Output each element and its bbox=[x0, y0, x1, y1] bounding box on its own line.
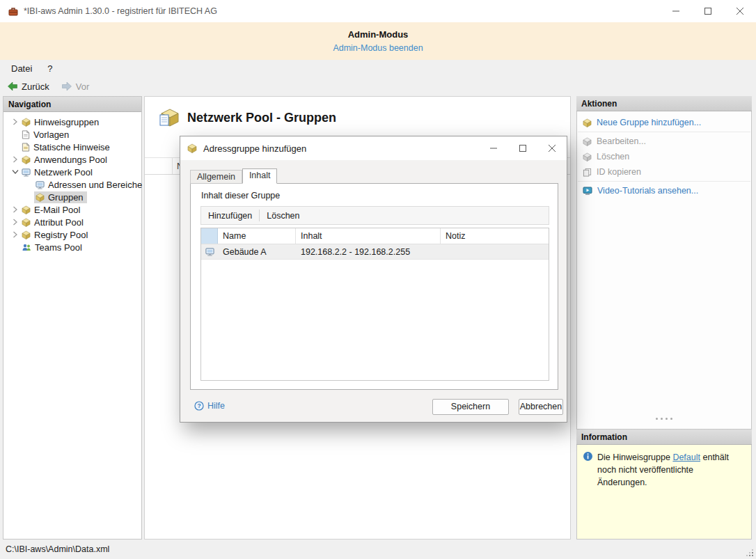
forward-button-label: Vor bbox=[76, 81, 90, 92]
action-video-tutorials[interactable]: Video-Tutorials ansehen... bbox=[577, 183, 751, 198]
help-link[interactable]: ? Hilfe bbox=[194, 401, 225, 411]
tree-item-label: Registry Pool bbox=[34, 230, 88, 240]
separator bbox=[578, 181, 750, 182]
action-edit[interactable]: Bearbeiten... bbox=[577, 134, 751, 149]
delete-icon bbox=[583, 152, 592, 162]
tree-item-label: Vorlagen bbox=[33, 129, 69, 140]
chevron-right-icon[interactable] bbox=[10, 156, 20, 163]
tree-item-anwendungs-pool[interactable]: Anwendungs Pool bbox=[3, 153, 141, 166]
column-header-notiz[interactable]: Notiz bbox=[441, 228, 549, 244]
adressgruppe-dialog: Adressgruppe hinzufügen Allgemein Inhalt… bbox=[180, 136, 567, 423]
navigation-tree: Hinweisgruppen Vorlagen Statische Hinwei… bbox=[3, 112, 141, 253]
information-text: Die Hinweisgruppe Default enthält noch n… bbox=[597, 451, 746, 489]
network-icon bbox=[22, 168, 31, 177]
page-title: Netzwerk Pool - Gruppen bbox=[187, 111, 336, 125]
chevron-down-icon[interactable] bbox=[10, 169, 20, 175]
menu-bar: Datei ? bbox=[0, 60, 756, 77]
action-new-group[interactable]: Neue Gruppe hinzufügen... bbox=[577, 115, 751, 130]
menu-datei[interactable]: Datei bbox=[3, 61, 40, 76]
grid-selector-header bbox=[201, 228, 218, 244]
minimize-button[interactable] bbox=[660, 0, 692, 22]
address-group-icon bbox=[187, 143, 197, 153]
column-header-inhalt[interactable]: Inhalt bbox=[296, 228, 441, 244]
row-icon-cell bbox=[201, 244, 218, 259]
dialog-window-controls bbox=[479, 136, 567, 160]
app-icon bbox=[8, 7, 18, 16]
page-title-row: Netzwerk Pool - Gruppen bbox=[145, 97, 570, 127]
back-button[interactable]: Zurück bbox=[2, 80, 54, 93]
table-row[interactable]: Gebäude A 192.168.2.2 - 192.168.2.255 bbox=[201, 244, 549, 260]
teams-icon bbox=[22, 243, 31, 252]
netzwerk-pool-page-icon bbox=[159, 108, 180, 127]
static-note-icon bbox=[22, 143, 30, 152]
action-copy-id[interactable]: ID kopieren bbox=[577, 164, 751, 180]
action-delete[interactable]: Löschen bbox=[577, 149, 751, 164]
help-icon: ? bbox=[194, 401, 204, 411]
status-file-path: C:\IBI-aws\Admin\Data.xml bbox=[6, 544, 109, 554]
tree-item-gruppen[interactable]: Gruppen bbox=[3, 191, 141, 203]
resize-grip[interactable] bbox=[745, 548, 753, 556]
dialog-title: Adressgruppe hinzufügen bbox=[203, 143, 306, 154]
close-button[interactable] bbox=[724, 0, 756, 22]
tab-inhalt[interactable]: Inhalt bbox=[242, 168, 278, 184]
cell-notiz bbox=[441, 244, 549, 259]
svg-text:?: ? bbox=[197, 402, 200, 409]
tree-item-attribut-pool[interactable]: Attribut Pool bbox=[3, 216, 141, 228]
separator bbox=[578, 132, 750, 132]
panel-splitter-handle[interactable] bbox=[576, 418, 752, 420]
dialog-titlebar: Adressgruppe hinzufügen bbox=[180, 136, 567, 160]
cell-inhalt: 192.168.2.2 - 192.168.2.255 bbox=[296, 244, 441, 259]
chevron-right-icon[interactable] bbox=[10, 231, 20, 238]
tab-allgemein[interactable]: Allgemein bbox=[190, 170, 242, 184]
dialog-tabs: Allgemein Inhalt bbox=[190, 168, 277, 184]
info-icon bbox=[583, 451, 593, 462]
tree-item-adressen-und-bereiche[interactable]: Adressen und Bereiche bbox=[3, 178, 141, 191]
action-label: Bearbeiten... bbox=[597, 136, 646, 146]
pool-icon bbox=[22, 118, 31, 127]
navigation-toolbar: Zurück Vor bbox=[0, 77, 756, 96]
dialog-minimize-button[interactable] bbox=[479, 136, 508, 160]
tree-item-label: Teams Pool bbox=[35, 242, 82, 253]
default-group-link[interactable]: Default bbox=[672, 452, 700, 462]
video-icon bbox=[583, 187, 592, 196]
tree-item-statische-hinweise[interactable]: Statische Hinweise bbox=[3, 141, 141, 153]
menu-help[interactable]: ? bbox=[40, 61, 60, 76]
information-panel: Die Hinweisgruppe Default enthält noch n… bbox=[576, 445, 752, 540]
maximize-button[interactable] bbox=[692, 0, 724, 22]
tree-item-registry-pool[interactable]: Registry Pool bbox=[3, 228, 141, 241]
delete-entry-button[interactable]: Löschen bbox=[260, 208, 306, 223]
tree-item-label: Gruppen bbox=[48, 192, 84, 203]
window-title: *IBI-aws Admin 1.30.0 - registriert für … bbox=[24, 6, 217, 16]
chevron-right-icon[interactable] bbox=[10, 118, 20, 125]
back-arrow-icon bbox=[7, 81, 18, 91]
group-content-label: Inhalt dieser Gruppe bbox=[201, 191, 280, 200]
grid-toolbar: Hinzufügen Löschen bbox=[200, 206, 549, 225]
navigation-panel: Navigation Hinweisgruppen Vorlagen Stati… bbox=[3, 96, 142, 540]
add-entry-button[interactable]: Hinzufügen bbox=[201, 208, 259, 223]
tree-item-label: Anwendungs Pool bbox=[34, 155, 107, 165]
tree-item-netzwerk-pool[interactable]: Netzwerk Pool bbox=[3, 166, 141, 178]
forward-button[interactable]: Vor bbox=[56, 80, 95, 93]
info-text-before: Die Hinweisgruppe bbox=[597, 452, 672, 462]
tree-item-label: Hinweisgruppen bbox=[34, 117, 99, 127]
tree-item-hinweisgruppen[interactable]: Hinweisgruppen bbox=[3, 116, 141, 128]
group-pool-icon bbox=[36, 193, 45, 202]
tree-item-vorlagen[interactable]: Vorlagen bbox=[3, 128, 141, 141]
admin-mode-exit-link[interactable]: Admin-Modus beenden bbox=[333, 43, 423, 53]
dialog-maximize-button[interactable] bbox=[508, 136, 537, 160]
copy-icon bbox=[583, 168, 592, 177]
row-selector-column bbox=[145, 158, 173, 174]
grid-header-row: Name Inhalt Notiz bbox=[201, 228, 549, 244]
save-button[interactable]: Speichern bbox=[432, 399, 509, 415]
help-label: Hilfe bbox=[207, 401, 225, 411]
chevron-right-icon[interactable] bbox=[10, 219, 20, 226]
column-header-name[interactable]: Name bbox=[218, 228, 296, 244]
tree-item-teams-pool[interactable]: Teams Pool bbox=[3, 241, 141, 253]
dialog-close-button[interactable] bbox=[537, 136, 567, 160]
information-header: Information bbox=[576, 430, 752, 445]
template-icon bbox=[22, 130, 30, 139]
back-button-label: Zurück bbox=[22, 81, 49, 92]
chevron-right-icon[interactable] bbox=[10, 206, 20, 213]
cancel-button[interactable]: Abbrechen bbox=[519, 399, 563, 415]
tree-item-email-pool[interactable]: E-Mail Pool bbox=[3, 203, 141, 216]
